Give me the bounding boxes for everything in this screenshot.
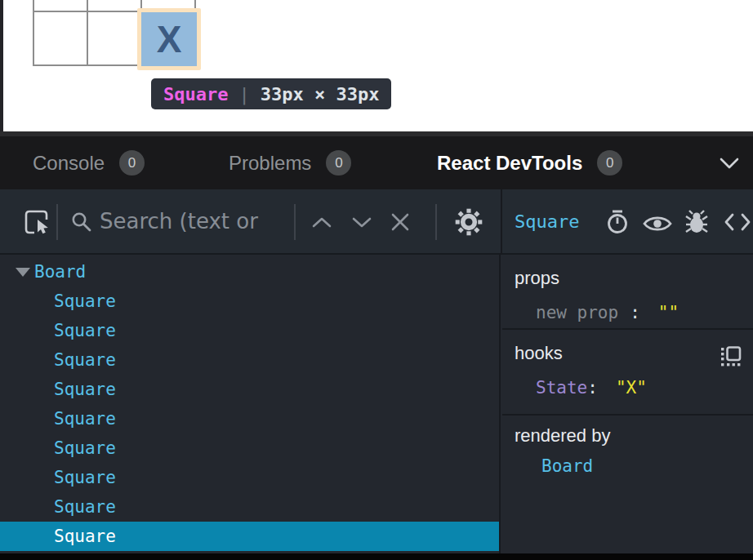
tree-item-square[interactable]: Square (0, 433, 499, 463)
inspect-element-icon[interactable] (24, 209, 50, 235)
tree-item-label: Square (54, 468, 116, 487)
rendered-by-row: Board (541, 456, 753, 476)
chevron-down-icon[interactable] (719, 157, 740, 170)
panel-divider[interactable] (501, 189, 502, 255)
toolbar-divider (294, 204, 296, 240)
view-source-icon[interactable] (724, 212, 751, 232)
element-tooltip: Square | 33px × 33px (151, 78, 391, 109)
tree-item-label: Board (34, 262, 86, 282)
props-section: props new prop:"" (502, 255, 753, 330)
tree-item-label: Square (54, 291, 116, 311)
tree-item-square[interactable]: Square (0, 404, 499, 433)
rendered-by-section: rendered by Board (502, 416, 753, 553)
expander-triangle-icon[interactable] (16, 268, 30, 277)
tooltip-dimensions: 33px × 33px (261, 84, 380, 104)
tab-console-count-badge: 0 (119, 150, 145, 176)
state-hook-value[interactable]: "X" (616, 378, 647, 398)
toolbar-divider (435, 204, 437, 240)
board-cell[interactable] (88, 0, 142, 12)
tab-react-devtools-label: React DevTools (437, 152, 582, 175)
tree-item-label: Square (54, 497, 116, 517)
tree-item-label: Square (54, 438, 116, 458)
browser-page-area: X Square | 33px × 33px (0, 0, 753, 131)
devtools-tabbar: Console 0 Problems 0 React DevTools 0 (0, 136, 753, 189)
react-devtools-main: Board Square Square Square Square Square… (0, 255, 753, 553)
tree-item-square-selected[interactable]: Square (0, 522, 499, 551)
screen: X Square | 33px × 33px Console 0 Problem… (0, 0, 753, 560)
parse-hook-names-icon[interactable] (720, 346, 742, 368)
hooks-title: hooks (515, 343, 753, 364)
hooks-section: hooks State:"X" (502, 330, 753, 416)
tree-item-square[interactable]: Square (0, 492, 499, 522)
tree-item-square[interactable]: Square (0, 375, 499, 404)
tree-item-square[interactable]: Square (0, 316, 499, 345)
bug-icon[interactable] (685, 209, 708, 235)
tree-item-label: Square (54, 409, 116, 429)
rendered-by-board-link[interactable]: Board (541, 456, 593, 476)
component-tree: Board Square Square Square Square Square… (0, 255, 501, 553)
tree-item-board[interactable]: Board (0, 257, 499, 287)
tab-console[interactable]: Console 0 (33, 136, 145, 189)
tooltip-component-name: Square (163, 84, 228, 104)
window-left-edge (0, 0, 3, 131)
tree-item-square[interactable]: Square (0, 287, 499, 316)
colon: : (630, 303, 640, 322)
tab-console-label: Console (33, 152, 105, 175)
tree-item-square[interactable]: Square (0, 345, 499, 375)
devtools-toolbar: Search (text or (0, 189, 753, 255)
state-hook-row: State:"X" (536, 378, 753, 398)
tab-problems-count-badge: 0 (326, 150, 351, 176)
previous-match-icon[interactable] (311, 216, 332, 229)
prop-value-input[interactable]: "" (658, 303, 679, 322)
selected-component-title: Square (515, 189, 579, 253)
props-row: new prop:"" (536, 303, 753, 322)
inspect-highlight-content[interactable]: X (141, 12, 197, 66)
search-input[interactable]: Search (text or (100, 189, 258, 253)
toolbar-divider (56, 204, 58, 240)
suspend-timer-icon[interactable] (605, 209, 630, 235)
tree-item-label: Square (54, 350, 116, 370)
board-cell[interactable] (34, 12, 88, 66)
props-title: props (515, 268, 753, 289)
rendered-by-title: rendered by (515, 425, 753, 447)
eye-icon[interactable] (643, 214, 672, 233)
tab-react-devtools-count-badge: 0 (597, 150, 622, 176)
tab-problems-label: Problems (229, 152, 311, 175)
state-hook-label: State (536, 378, 587, 398)
board-cell[interactable] (34, 0, 88, 12)
tree-item-label: Square (54, 527, 116, 546)
bottom-bar (0, 553, 753, 560)
tree-item-square[interactable]: Square (0, 463, 499, 492)
tab-problems[interactable]: Problems 0 (229, 136, 351, 189)
gear-icon[interactable] (454, 207, 483, 237)
search-icon (70, 211, 92, 233)
new-prop-input[interactable]: new prop (536, 303, 618, 322)
board-cell[interactable] (88, 12, 142, 66)
component-details-panel: props new prop:"" hooks State:"X" (502, 255, 753, 553)
tab-react-devtools[interactable]: React DevTools 0 (437, 136, 622, 189)
next-match-icon[interactable] (351, 216, 372, 229)
tooltip-separator: | (238, 84, 249, 104)
inspect-highlight-padding: X (137, 8, 201, 70)
clear-search-icon[interactable] (390, 212, 410, 232)
colon: : (587, 378, 598, 398)
tree-item-label: Square (54, 380, 116, 399)
tree-item-label: Square (54, 321, 116, 340)
